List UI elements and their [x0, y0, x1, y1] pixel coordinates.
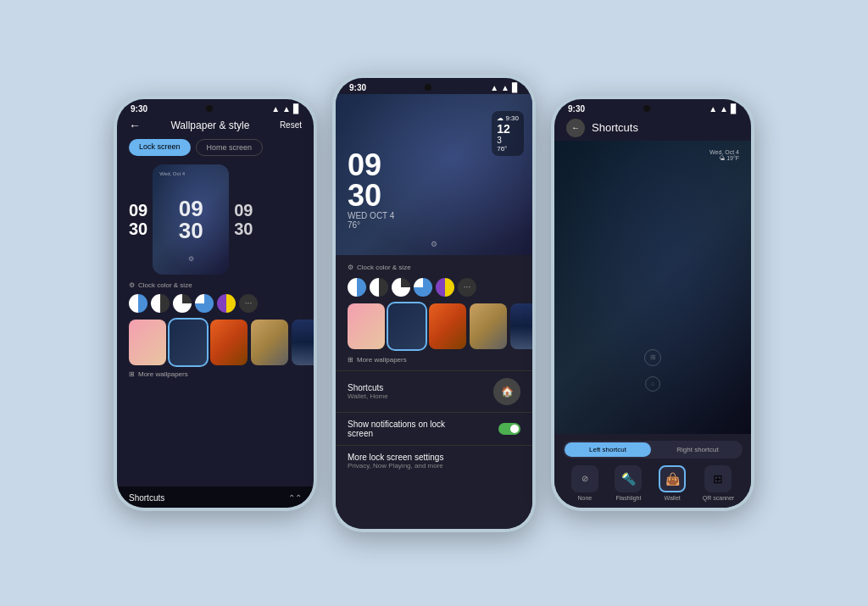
color-option-2[interactable]: [151, 294, 170, 313]
weather-widget: ☁ 9:30 12 3 76°: [492, 111, 524, 156]
grid-icon: ⊞: [129, 370, 135, 378]
phone-1: 9:30 ▲ ▲ ▊ ← Wallpaper & style Reset Loc…: [114, 96, 317, 511]
more-colors-button[interactable]: ···: [239, 294, 258, 313]
phone2-settings-panel: ⚙ Clock color & size ···: [336, 255, 532, 529]
tab-left-shortcut[interactable]: Left shortcut: [565, 442, 651, 457]
clock-color-size-row[interactable]: ⚙ Clock color & size: [117, 280, 314, 291]
wallpaper-thumb-4[interactable]: [470, 303, 507, 349]
color-option-3[interactable]: [173, 294, 192, 313]
none-label: None: [577, 495, 592, 501]
tab-right-shortcut[interactable]: Right shortcut: [654, 442, 741, 457]
color-option-4[interactable]: [414, 278, 432, 297]
lock-icon-placeholder: ⊞: [644, 349, 661, 366]
battery-icon: ▊: [293, 104, 300, 114]
page-title: Wallpaper & style: [170, 120, 249, 131]
gear-icon: ⚙: [188, 255, 194, 263]
phone1-time: 9:30: [131, 104, 147, 114]
phone1-status-bar: 9:30 ▲ ▲ ▊: [117, 99, 314, 115]
wallpaper-thumb-1[interactable]: [348, 303, 385, 349]
notifications-menu-item[interactable]: Show notifications on lockscreen: [336, 413, 532, 445]
wallpaper-thumb-5[interactable]: [510, 303, 532, 349]
phone1-tab-bar: Lock screen Home screen: [117, 136, 314, 159]
battery-icon: ▊: [731, 104, 737, 114]
gear-icon: ⚙: [431, 240, 437, 248]
wallpaper-thumbs-row: [117, 316, 314, 369]
lock-date: WED OCT 4: [348, 211, 394, 220]
wallet-icon: 👜: [659, 465, 686, 492]
phone3-status-icons: ▲ ▲ ▊: [709, 104, 737, 114]
date-weather-widget: Wed, Oct 4 🌤 19°F: [709, 149, 739, 161]
more-wallpapers-row[interactable]: ⊞ More wallpapers: [336, 353, 532, 370]
phone3-topbar: ← Shortcuts: [554, 115, 751, 141]
wp-date: Wed, Oct 4: [159, 171, 185, 176]
color-option-4[interactable]: [195, 294, 214, 313]
phone3-camera: [643, 105, 650, 112]
qr-scanner-icon: ⊞: [704, 465, 732, 492]
shortcuts-bottom-bar: Shortcuts ⌃⌃: [117, 486, 314, 508]
color-option-1[interactable]: [129, 294, 147, 313]
more-wallpapers-row[interactable]: ⊞ More wallpapers: [117, 369, 314, 380]
grid-icon: ⊞: [348, 356, 353, 364]
gear-icon: ⚙: [348, 264, 353, 271]
back-button[interactable]: ←: [129, 119, 141, 132]
phone2-status-icons: ▲ ▲ ▊: [490, 83, 519, 92]
tab-lock-screen[interactable]: Lock screen: [129, 139, 191, 156]
shortcut-qr-scanner[interactable]: ⊞ QR scanner: [703, 465, 734, 501]
color-options-row: ···: [336, 275, 532, 300]
lock-temp: 76°: [348, 220, 394, 230]
chevrons-icon: ⌃⌃: [288, 493, 302, 503]
shortcut-wallet[interactable]: 👜 Wallet: [659, 465, 686, 501]
phone1-camera: [206, 105, 213, 112]
wallpaper-thumb-2[interactable]: [170, 320, 207, 365]
phone1-status-icons: ▲ ▲ ▊: [271, 104, 300, 114]
more-colors-button[interactable]: ···: [458, 278, 476, 297]
shortcuts-label: Shortcuts: [129, 493, 164, 503]
wallpaper-main-preview[interactable]: Wed, Oct 4 0930 ⚙: [153, 164, 229, 275]
color-option-5[interactable]: [217, 294, 236, 313]
color-option-3[interactable]: [392, 278, 410, 297]
shortcut-flashlight[interactable]: 🔦 Flashlight: [615, 465, 642, 501]
color-option-5[interactable]: [436, 278, 454, 297]
toggle-on-icon[interactable]: [498, 423, 520, 435]
three-phone-scene: 9:30 ▲ ▲ ▊ ← Wallpaper & style Reset Loc…: [97, 58, 771, 549]
flashlight-label: Flashlight: [616, 495, 642, 501]
reset-button[interactable]: Reset: [280, 120, 302, 130]
wallpaper-thumb-2[interactable]: [388, 303, 426, 349]
shortcuts-label: Shortcuts: [348, 383, 388, 392]
wallpaper-thumb-4[interactable]: [251, 320, 288, 365]
gear-icon-small: ⚙: [129, 281, 135, 289]
shortcut-none[interactable]: ⊘ None: [571, 465, 598, 501]
wallpaper-thumb-3[interactable]: [210, 320, 248, 365]
wallpaper-thumb-5[interactable]: [292, 320, 314, 365]
signal-icon: ▲: [271, 104, 280, 114]
wallpaper-thumbs-row: [336, 300, 532, 353]
wifi-icon: ▲: [720, 104, 728, 114]
wallpaper-thumb-3[interactable]: [429, 303, 466, 349]
color-option-1[interactable]: [348, 278, 366, 297]
shortcuts-avatar: 🏠: [493, 378, 520, 405]
more-lock-settings-item[interactable]: More lock screen settings Privacy, Now P…: [336, 446, 532, 476]
phone2-camera: [425, 84, 431, 91]
wifi-icon: ▲: [282, 104, 291, 114]
wp-clock-overlay: 0930: [179, 197, 203, 242]
phone2-wallpaper: ☁ 9:30 12 3 76° 0930 WED OCT 4 76° ⚙: [336, 94, 532, 255]
clock-color-size-row[interactable]: ⚙ Clock color & size: [336, 260, 532, 275]
color-option-2[interactable]: [370, 278, 388, 297]
phone-2: 9:30 ▲ ▲ ▊ ☁ 9:30 12 3 76°: [332, 75, 536, 532]
phone2-time: 9:30: [349, 83, 366, 92]
back-button[interactable]: ←: [566, 119, 585, 137]
lock-time: 0930: [348, 150, 381, 211]
phone3-status-bar: 9:30 ▲ ▲ ▊: [554, 99, 751, 115]
phone2-clock: 0930 WED OCT 4 76°: [348, 150, 394, 230]
clock-preview-left: 09 30: [129, 202, 147, 237]
qr-scanner-label: QR scanner: [703, 495, 734, 501]
home-icon-placeholder: ⌂: [645, 376, 660, 392]
wallpaper-thumb-1[interactable]: [129, 320, 166, 365]
tab-home-screen[interactable]: Home screen: [196, 139, 264, 156]
notifications-toggle[interactable]: [498, 423, 520, 435]
phone3-time: 9:30: [568, 104, 585, 114]
shortcuts-sublabel: Wallet, Home: [348, 392, 388, 400]
notifications-label: Show notifications on lockscreen: [348, 420, 445, 438]
phone1-topbar: ← Wallpaper & style Reset: [117, 115, 314, 136]
shortcuts-menu-item[interactable]: Shortcuts Wallet, Home 🏠: [336, 371, 532, 412]
